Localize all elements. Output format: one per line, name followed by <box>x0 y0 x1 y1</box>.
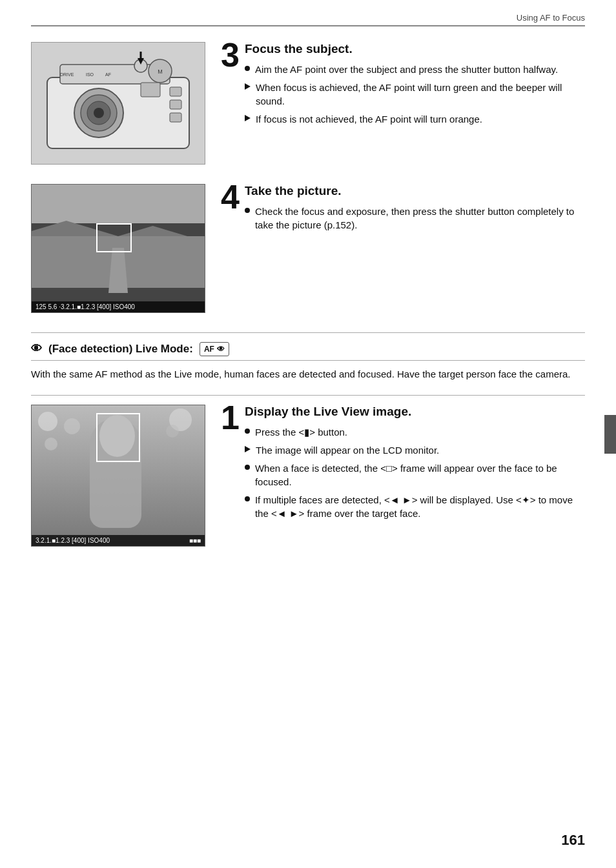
face-detect-frame <box>96 413 140 462</box>
step3-number: 3 <box>221 38 240 72</box>
status-bar-step1: 3.2.1.■1.2.3 [400] ISO400 ■■■ <box>32 535 205 546</box>
svg-rect-11 <box>170 87 181 96</box>
step4-row: 125 5.6 ·3.2.1.■1.2.3 [400] ISO400 4 Tak… <box>31 184 585 313</box>
face-detection-icon-text: 👁 <box>31 343 42 356</box>
face-detection-header: 👁 (Face detection) Live Mode: AF 👁 <box>31 342 585 361</box>
page-number: 161 <box>561 832 585 849</box>
svg-text:ISO: ISO <box>86 72 94 77</box>
bullet-circle-icon <box>245 429 250 434</box>
list-item: Check the focus and exposure, then press… <box>245 205 585 232</box>
list-item: If focus is not achieved, the AF point w… <box>245 112 585 126</box>
face-detection-heading: (Face detection) Live Mode: <box>48 343 193 356</box>
step3-bullet-list: Aim the AF point over the subject and pr… <box>245 63 585 126</box>
step4-content: 4 Take the picture. Check the focus and … <box>221 184 585 236</box>
bullet-circle-icon <box>245 66 250 71</box>
svg-text:M: M <box>158 68 163 75</box>
list-item: The image will appear on the LCD monitor… <box>245 443 585 457</box>
step1-number: 1 <box>221 401 240 434</box>
bullet-circle-icon <box>245 465 250 470</box>
multiple-faces-text: If multiple faces are detected, <◄ ►> wi… <box>255 493 585 520</box>
list-item: When focus is achieved, the AF point wil… <box>245 81 585 108</box>
bullet-circle-icon <box>245 208 250 213</box>
face-detection-description: With the same AF method as the Live mode… <box>31 367 585 382</box>
svg-rect-17 <box>141 83 160 97</box>
face-mode-badge: AF 👁 <box>200 342 229 356</box>
list-item: When a face is detected, the <□> frame w… <box>245 461 585 489</box>
badge-af-text: AF <box>204 345 214 354</box>
svg-text:AF: AF <box>105 72 111 77</box>
step4-title: Take the picture. <box>245 184 585 198</box>
step3-image: M DRIVE ISO AF <box>31 42 205 165</box>
section-divider-2 <box>31 395 585 396</box>
step3-content: 3 Focus the subject. Aim the AF point ov… <box>221 42 585 130</box>
section-divider <box>31 332 585 333</box>
status-bar-step4: 125 5.6 ·3.2.1.■1.2.3 [400] ISO400 <box>32 301 205 312</box>
step4-bullet-list: Check the focus and exposure, then press… <box>245 205 585 232</box>
page-header: Using AF to Focus <box>31 13 585 26</box>
step1-image: 3.2.1.■1.2.3 [400] ISO400 ■■■ <box>31 405 205 547</box>
step3-row: M DRIVE ISO AF <box>31 42 585 165</box>
bullet-arrow-icon <box>245 446 251 452</box>
step3-title: Focus the subject. <box>245 42 585 56</box>
camera-top-photo: M DRIVE ISO AF <box>31 42 205 165</box>
header-title: Using AF to Focus <box>517 13 585 23</box>
svg-rect-12 <box>170 100 181 109</box>
bullet-arrow-icon <box>245 115 251 121</box>
camera-svg: M DRIVE ISO AF <box>41 52 196 155</box>
svg-rect-13 <box>170 113 181 122</box>
list-item: Aim the AF point over the subject and pr… <box>245 63 585 76</box>
svg-text:DRIVE: DRIVE <box>60 72 74 77</box>
step1-bullet-list: Press the <▮> button. The image will app… <box>245 425 585 520</box>
badge-icon-text: 👁 <box>217 345 225 354</box>
step4-image: 125 5.6 ·3.2.1.■1.2.3 [400] ISO400 <box>31 184 205 313</box>
step1-title: Display the Live View image. <box>245 405 585 419</box>
list-item: If multiple faces are detected, <◄ ►> wi… <box>245 493 585 520</box>
focus-frame <box>96 223 132 252</box>
step1-content: 1 Display the Live View image. Press the… <box>221 405 585 525</box>
step4-number: 4 <box>221 180 240 214</box>
bullet-arrow-icon <box>245 83 251 90</box>
step1-face-row: 3.2.1.■1.2.3 [400] ISO400 ■■■ 1 Display … <box>31 405 585 547</box>
side-tab <box>604 415 616 454</box>
list-item: Press the <▮> button. <box>245 425 585 439</box>
svg-point-5 <box>94 108 104 118</box>
bullet-circle-icon <box>245 496 250 501</box>
